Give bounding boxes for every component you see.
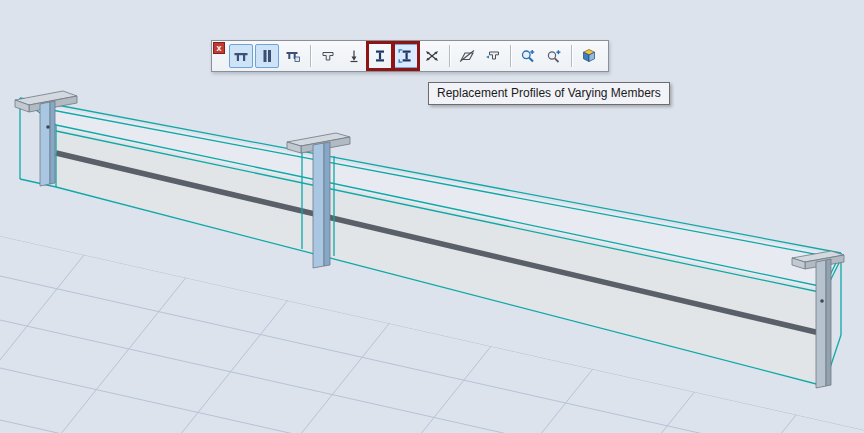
t-profile-arrow-icon (485, 48, 501, 64)
zoom-selection-icon (546, 48, 562, 64)
select-varying-member-button[interactable] (229, 44, 253, 68)
t-profile-icon (320, 48, 336, 64)
varying-member-group-icon (285, 48, 301, 64)
select-varying-member-group-button[interactable] (281, 44, 305, 68)
zoom-to-selection-button[interactable] (542, 44, 566, 68)
render-cube-icon (581, 48, 597, 64)
mini-toolbar[interactable]: x (211, 40, 609, 72)
shear-plane-icon (459, 48, 475, 64)
select-vertical-member-button[interactable] (255, 44, 279, 68)
replacement-profile-of-member-button[interactable] (368, 44, 392, 68)
rendering-options-button[interactable] (577, 44, 601, 68)
profile-position-button[interactable] (481, 44, 505, 68)
crossed-arrows-icon (424, 48, 440, 64)
application-window: x (0, 0, 864, 433)
handle-point[interactable] (46, 125, 50, 129)
toolbar-separator (449, 45, 450, 67)
zoom-in-button[interactable] (516, 44, 540, 68)
i-beam-profile-icon (372, 48, 388, 64)
tooltip: Replacement Profiles of Varying Members (428, 82, 670, 105)
swap-members-button[interactable] (420, 44, 444, 68)
insertion-point-button[interactable] (342, 44, 366, 68)
close-toolbar-button[interactable]: x (213, 42, 225, 54)
replacement-profiles-of-varying-members-button[interactable] (394, 44, 418, 68)
toolbar-separator (310, 45, 311, 67)
toolbar-separator (510, 45, 511, 67)
i-beam-varying-profile-icon (398, 48, 414, 64)
profile-top-flange-button[interactable] (316, 44, 340, 68)
varying-member-icon (233, 48, 249, 64)
toolbar-separator (571, 45, 572, 67)
zoom-in-icon (520, 48, 536, 64)
insertion-point-icon (346, 48, 362, 64)
shear-plane-button[interactable] (455, 44, 479, 68)
handle-point[interactable] (820, 299, 824, 303)
vertical-member-icon (259, 48, 275, 64)
